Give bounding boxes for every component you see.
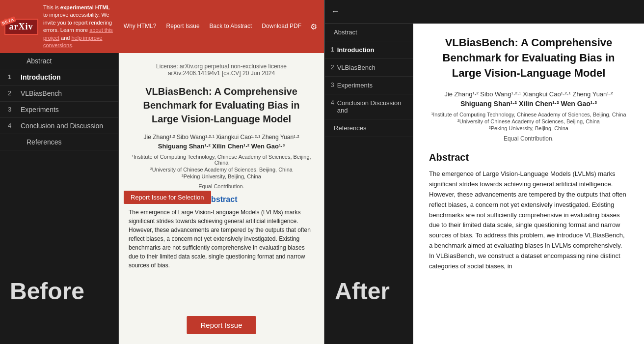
back-arrow-icon[interactable]: ← bbox=[331, 6, 340, 17]
right-authors-line2: Shiguang Shan¹·² Xilin Chen¹·² Wen Gao¹·… bbox=[429, 100, 628, 108]
right-sidebar-label: Abstract bbox=[334, 29, 357, 36]
right-sidebar-item-experiments[interactable]: 3 Experiments bbox=[325, 77, 413, 94]
right-sidebar-num: 2 bbox=[331, 64, 334, 71]
right-sidebar: Abstract 1 Introduction 2 VLBiasBench 3 … bbox=[325, 24, 413, 344]
abstract-text: The emergence of Large Vision-Language M… bbox=[129, 208, 314, 270]
right-authors-line1: Jie Zhang¹·² Sibo Wang¹·²·¹ Xiangkui Cao… bbox=[429, 90, 628, 98]
affiliation-2: ²University of Chinese Academy of Scienc… bbox=[129, 167, 314, 172]
right-sidebar-label: VLBiasBench bbox=[337, 64, 376, 71]
report-issue-nav-button[interactable]: Report Issue bbox=[162, 21, 204, 32]
abstract-section: Abstract The emergence of Large Vision-L… bbox=[129, 195, 314, 270]
back-to-abstract-button[interactable]: Back to Abstract bbox=[206, 21, 256, 32]
right-sidebar-item-abstract[interactable]: Abstract bbox=[325, 24, 413, 41]
report-issue-selection-button[interactable]: Report Issue for Selection bbox=[124, 191, 211, 204]
right-sidebar-num: 1 bbox=[331, 46, 334, 53]
top-bar-nav: Why HTML? Report Issue Back to Abstract … bbox=[120, 3, 320, 50]
paper-title: VLBiasBench: A Comprehensive Benchmark f… bbox=[129, 85, 314, 126]
authors-line2: Shiguang Shan¹·² Xilin Chen¹·² Wen Gao¹·… bbox=[129, 143, 314, 150]
top-bar: BETA arXiv This is experimental HTML to … bbox=[0, 0, 324, 53]
sidebar-label: Conclusion and Discussion bbox=[21, 122, 110, 130]
experimental-notice: This is experimental HTML to improve acc… bbox=[41, 3, 117, 50]
right-sidebar-num: 3 bbox=[331, 82, 334, 88]
left-sidebar: Abstract 1 Introduction 2 VLBiasBench 3 … bbox=[0, 53, 119, 344]
right-affiliation-1: ¹Institute of Computing Technology, Chin… bbox=[429, 112, 628, 117]
sidebar-item-abstract[interactable]: Abstract bbox=[0, 53, 118, 69]
right-sidebar-label: Conclusion Discussion and bbox=[337, 99, 407, 114]
sidebar-num: 1 bbox=[8, 73, 17, 81]
authors-line1: Jie Zhang¹·² Sibo Wang¹·²·¹ Xiangkui Cao… bbox=[129, 134, 314, 141]
right-sidebar-item-introduction[interactable]: 1 Introduction bbox=[325, 41, 413, 59]
right-sidebar-label: Experiments bbox=[337, 82, 373, 89]
license-text: License: arXiv.org perpetual non-exclusi… bbox=[129, 63, 314, 77]
right-abstract-text: The emergence of Large Vision-Language M… bbox=[429, 169, 628, 271]
right-affiliation-3: ³Peking University, Beijing, China bbox=[429, 125, 628, 131]
report-issue-bottom-button[interactable]: Report Issue bbox=[187, 316, 256, 334]
sidebar-item-references[interactable]: References bbox=[0, 134, 118, 150]
sidebar-item-vlbiasbench[interactable]: 2 VLBiasBench bbox=[0, 86, 118, 102]
sidebar-item-experiments[interactable]: 3 Experiments bbox=[0, 102, 118, 118]
arxiv-logo: BETA arXiv bbox=[4, 3, 38, 50]
right-sidebar-item-references[interactable]: References bbox=[325, 119, 413, 137]
right-paper-title: VLBiasBench: A Comprehensive Benchmark f… bbox=[429, 35, 628, 81]
download-pdf-button[interactable]: Download PDF bbox=[258, 21, 305, 32]
right-equal-contrib: Equal Contribution. bbox=[429, 135, 628, 142]
sidebar-num: 2 bbox=[8, 89, 17, 97]
right-sidebar-item-conclusion[interactable]: 4 Conclusion Discussion and bbox=[325, 94, 413, 119]
sidebar-num: 4 bbox=[8, 122, 17, 129]
right-affiliation-2: ²University of Chinese Academy of Scienc… bbox=[429, 118, 628, 124]
why-html-button[interactable]: Why HTML? bbox=[120, 21, 161, 32]
main-content: License: arXiv.org perpetual non-exclusi… bbox=[119, 53, 324, 344]
right-top-bar: ← bbox=[325, 0, 644, 24]
right-sidebar-num: 4 bbox=[331, 99, 334, 106]
sidebar-label: VLBiasBench bbox=[21, 89, 110, 97]
right-sidebar-item-vlbiasbench[interactable]: 2 VLBiasBench bbox=[325, 59, 413, 77]
affiliation-1: ¹Institute of Computing Technology, Chin… bbox=[129, 154, 314, 166]
sidebar-num: 3 bbox=[8, 106, 17, 113]
settings-icon[interactable]: ⚙ bbox=[307, 20, 320, 33]
sidebar-item-conclusion[interactable]: 4 Conclusion and Discussion bbox=[0, 118, 118, 134]
sidebar-item-introduction[interactable]: 1 Introduction bbox=[0, 69, 118, 86]
affiliation-3: ³Peking University, Beijing, China bbox=[129, 173, 314, 179]
sidebar-label: References bbox=[27, 138, 110, 146]
sidebar-label: Introduction bbox=[21, 73, 110, 81]
right-main-content: VLBiasBench: A Comprehensive Benchmark f… bbox=[413, 24, 644, 344]
beta-badge: BETA bbox=[0, 16, 16, 27]
right-sidebar-label: Introduction bbox=[337, 46, 375, 54]
sidebar-label: Abstract bbox=[27, 57, 110, 65]
right-sidebar-label: References bbox=[334, 124, 366, 132]
right-abstract-heading: Abstract bbox=[429, 152, 628, 163]
equal-contrib: Equal Contribution. bbox=[129, 183, 314, 189]
sidebar-label: Experiments bbox=[21, 106, 110, 114]
